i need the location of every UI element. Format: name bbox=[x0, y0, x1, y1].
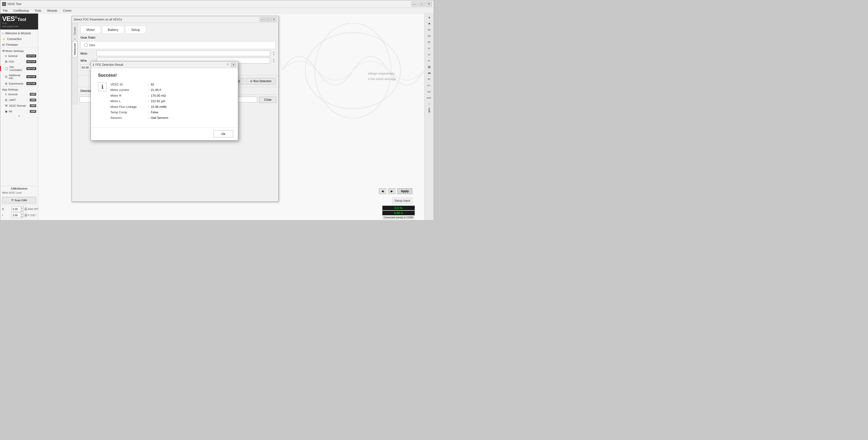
d-spinners: ▲ ▼ bbox=[20, 207, 24, 211]
wizard-step-tabs: Motor Battery Setup bbox=[81, 26, 276, 34]
right-cm-icon[interactable]: cM bbox=[425, 33, 433, 39]
foc-icon: ⊞ bbox=[5, 60, 7, 63]
can-device-item: Motor (410): Local bbox=[2, 191, 36, 195]
motor-up-btn[interactable]: ▲ bbox=[272, 51, 276, 53]
right-imu-icon[interactable]: IMU bbox=[425, 89, 433, 94]
foc-outer-title-btns: — □ ✕ bbox=[260, 18, 277, 22]
right-asterisk-icon[interactable]: ✱ bbox=[425, 21, 433, 26]
vtab-advanced[interactable]: Advanced bbox=[72, 41, 77, 57]
sidebar: VES® Tool Free vesc-project.com ⌂ Welcom… bbox=[0, 13, 38, 220]
right-ca-icon[interactable]: cA bbox=[425, 52, 433, 57]
title-bar: V VESC Tool — □ ✕ bbox=[0, 0, 434, 8]
vesc-remote-badge: APP bbox=[30, 104, 36, 107]
menu-tools[interactable]: Tools bbox=[34, 8, 42, 13]
content-area: VES® Tool Free vesc-project.com ⌂ Welcom… bbox=[0, 13, 434, 220]
i-circle-btn[interactable]: ⊙ bbox=[25, 213, 27, 217]
result-dialog-title: FOC Detection Result bbox=[95, 63, 225, 66]
key-motor-current: Motor current bbox=[111, 87, 146, 93]
maximize-button[interactable]: □ bbox=[418, 2, 425, 6]
colon-flux: : bbox=[148, 104, 149, 110]
menu-confbackup[interactable]: ConfBackup bbox=[12, 8, 30, 13]
result-close-btn[interactable]: ✕ bbox=[231, 63, 236, 67]
d-value-field[interactable]: 0.20 ▲ ▼ bbox=[11, 206, 24, 212]
nav-vesc-remote[interactable]: ⚒ VESC Remote APP bbox=[0, 103, 38, 109]
nav-firmware[interactable]: ⊟ Firmware bbox=[0, 42, 38, 48]
p-unit: ° bbox=[36, 214, 37, 217]
nav-uart[interactable]: ⊟ UART APP bbox=[0, 97, 38, 103]
i-down-btn[interactable]: ▼ bbox=[20, 215, 24, 217]
nav-experiments[interactable]: ≣ Experiments MOTOR bbox=[0, 81, 38, 86]
right-rt-icon[interactable]: RT bbox=[425, 77, 433, 82]
result-question-btn[interactable]: ? bbox=[225, 63, 230, 66]
nav-additional-info[interactable]: ⊡ Additional Info MOTOR bbox=[0, 72, 38, 81]
nav-app-general[interactable]: ≡ General APP bbox=[0, 91, 38, 97]
p-label: P bbox=[28, 214, 30, 217]
forward-nav-btn[interactable]: ▶ bbox=[388, 188, 396, 194]
d-circle-btn[interactable]: ⊙ bbox=[25, 207, 27, 211]
i-value-field[interactable]: 3.00 ▲ ▼ bbox=[11, 213, 24, 218]
scan-can-button[interactable]: ⟳ Scan CAN bbox=[2, 197, 36, 203]
right-gamepad-icon[interactable]: 🎮 bbox=[425, 70, 433, 76]
right-can-icon[interactable]: CAN bbox=[425, 107, 433, 113]
right-pin-icon[interactable]: ⊕ bbox=[425, 14, 433, 20]
step-battery[interactable]: Battery bbox=[102, 26, 124, 34]
minimize-button[interactable]: — bbox=[411, 2, 417, 6]
nav-label-pid: PID Controllers bbox=[9, 66, 25, 71]
apply-button[interactable]: Apply bbox=[397, 188, 412, 194]
right-tm-icon[interactable]: tM bbox=[425, 27, 433, 33]
d-down-btn[interactable]: ▼ bbox=[20, 209, 24, 211]
vtab-simple[interactable]: Simple bbox=[72, 25, 77, 37]
ok-label: Ok bbox=[221, 132, 225, 136]
right-fa-icon[interactable]: fA bbox=[425, 58, 433, 64]
foc-result-dialog: ℹ FOC Detection Result ? ✕ Success! ℹ bbox=[91, 61, 238, 141]
close-window-button[interactable]: ✕ bbox=[426, 2, 432, 6]
vertical-tab-strip: Simple # Advanced bbox=[72, 23, 78, 105]
i-up-btn[interactable]: ▲ bbox=[20, 213, 24, 215]
scan-can-icon: ⟳ bbox=[11, 199, 13, 202]
right-ta-icon[interactable]: tA bbox=[425, 46, 433, 51]
experiments-badge: MOTOR bbox=[26, 82, 36, 85]
foc-outer-close[interactable]: ✕ bbox=[271, 18, 277, 22]
run-detection-button[interactable]: ⊙ Run Detection bbox=[246, 78, 276, 85]
motor-down-btn[interactable]: ▼ bbox=[272, 53, 276, 56]
nav-connection[interactable]: ⚡ Connection bbox=[0, 36, 38, 42]
motor-input[interactable] bbox=[97, 51, 270, 56]
result-row-temp-comp: Temp Comp : False bbox=[111, 110, 168, 115]
right-grid-icon[interactable]: ⊞ bbox=[425, 64, 433, 70]
can-devices-section: CAN-Devices Motor (410): Local bbox=[0, 186, 38, 196]
right-heart-icon[interactable]: ♡ bbox=[425, 101, 433, 107]
menu-file[interactable]: File bbox=[2, 8, 8, 13]
close-dialog-button[interactable]: Close bbox=[259, 97, 277, 103]
result-row-vesc-id: VESC ID : 62 bbox=[111, 82, 168, 87]
key-motor-r: Motor R bbox=[111, 93, 146, 98]
foc-outer-maximize[interactable]: □ bbox=[266, 18, 271, 22]
foc-outer-minimize[interactable]: — bbox=[260, 18, 265, 22]
wheel-up-btn[interactable]: ▲ bbox=[272, 58, 276, 60]
pid-badge: MOTOR bbox=[26, 67, 36, 70]
menu-bar: File ConfBackup Tools Wizards Comm bbox=[0, 8, 434, 13]
motor-input-spinners: ▲ ▼ bbox=[272, 51, 276, 56]
nav-pid[interactable]: ◯ PID Controllers MOTOR bbox=[0, 64, 38, 72]
run-det-icon: ⊙ bbox=[250, 80, 252, 83]
menu-wizards[interactable]: Wizards bbox=[46, 8, 58, 13]
menu-comm[interactable]: Comm bbox=[62, 8, 72, 13]
right-tm2-icon[interactable]: tM bbox=[425, 39, 433, 45]
experiments-icon: ≣ bbox=[5, 82, 7, 85]
back-nav-btn[interactable]: ◀ bbox=[379, 188, 386, 194]
nav-welcome-wizards[interactable]: ⌂ Welcome & Wizards bbox=[0, 30, 38, 36]
window-title: VESC Tool bbox=[7, 2, 411, 6]
colon-temp: : bbox=[148, 110, 149, 115]
d-up-btn[interactable]: ▲ bbox=[20, 207, 24, 209]
bg-help-text: ettings respectively. h the motor and ap… bbox=[368, 71, 396, 82]
wheel-down-btn[interactable]: ▼ bbox=[272, 60, 276, 63]
step-motor[interactable]: Motor bbox=[81, 26, 101, 34]
right-rt-app-icon[interactable]: RT↓ bbox=[425, 83, 433, 88]
directions-checkbox[interactable] bbox=[85, 43, 88, 47]
nav-nrf[interactable]: ◉ Nrf APP bbox=[0, 109, 38, 114]
nav-motor-general[interactable]: ≡ General MOTOR bbox=[0, 53, 38, 59]
nav-foc[interactable]: ⊞ FOC MOTOR bbox=[0, 59, 38, 64]
ok-button[interactable]: Ok bbox=[213, 130, 233, 137]
result-row-flux-linkage: Motor Flux Linkage : 15.98 mWb bbox=[111, 104, 168, 110]
right-bms-icon[interactable]: BMS bbox=[425, 95, 433, 101]
step-setup[interactable]: Setup bbox=[125, 26, 146, 34]
